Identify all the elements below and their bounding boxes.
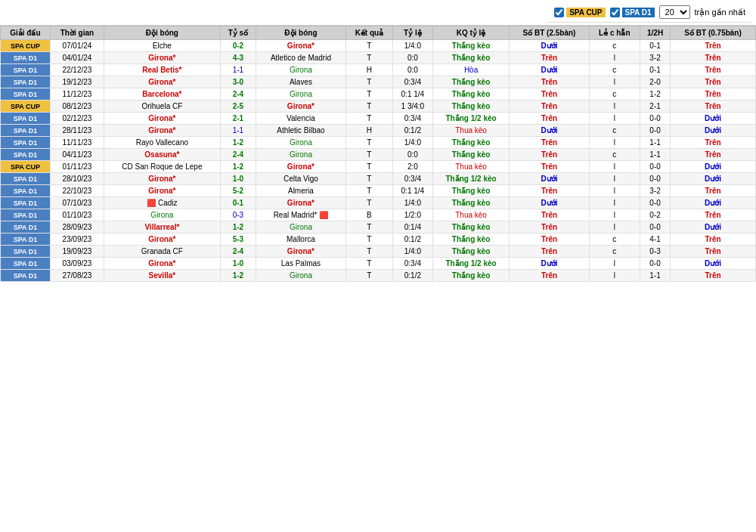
cell-team1: CD San Roque de Lepe xyxy=(104,161,221,173)
col-ratio: Tỷ lệ xyxy=(392,26,432,40)
cell-team2: Girona* xyxy=(256,101,346,113)
cell-le-chan: l xyxy=(589,101,640,113)
cell-half: 0-0 xyxy=(640,161,670,173)
cell-sobt1: Trên xyxy=(510,209,589,221)
cell-league: SPA D1 xyxy=(1,125,51,137)
table-row: SPA D119/09/23Granada CF2-4Girona*T1/4:0… xyxy=(1,246,756,258)
spa-cup-checkbox[interactable] xyxy=(554,8,564,17)
cell-half: 0-3 xyxy=(640,246,670,258)
cell-kq: Thắng kèo xyxy=(432,197,510,209)
cell-league: SPA D1 xyxy=(1,258,51,270)
cell-league: SPA D1 xyxy=(1,246,51,258)
cell-sobt2: Dưới xyxy=(671,125,756,137)
cell-score: 1-1 xyxy=(220,125,256,137)
cell-ratio: 0:1/2 xyxy=(392,234,432,246)
cell-date: 07/10/23 xyxy=(50,197,104,209)
cell-half: 3-2 xyxy=(640,52,670,64)
cell-sobt2: Trên xyxy=(671,52,756,64)
cell-ratio: 0:1/2 xyxy=(392,125,432,137)
cell-league: SPA CUP xyxy=(1,101,51,113)
cell-result: T xyxy=(345,258,392,270)
cell-team2: Girona* xyxy=(256,161,346,173)
count-select[interactable]: 20 10 30 xyxy=(659,5,690,19)
cell-ratio: 0:3/4 xyxy=(392,173,432,185)
cell-kq: Hòa xyxy=(432,64,510,76)
cell-sobt1: Trên xyxy=(510,137,589,149)
cell-ratio: 0:1/2 xyxy=(392,270,432,282)
cell-sobt1: Dưới xyxy=(510,173,589,185)
cell-score: 0-1 xyxy=(220,197,256,209)
cell-le-chan: c xyxy=(589,64,640,76)
cell-team1: Girona* xyxy=(104,234,221,246)
cell-league: SPA D1 xyxy=(1,88,51,101)
cell-ratio: 1/4:0 xyxy=(392,40,432,52)
cell-result: T xyxy=(345,161,392,173)
cell-ratio: 0:3/4 xyxy=(392,258,432,270)
cell-sobt2: Trên xyxy=(671,246,756,258)
cell-sobt1: Trên xyxy=(510,161,589,173)
cell-half: 3-2 xyxy=(640,185,670,197)
cell-date: 19/12/23 xyxy=(50,76,104,88)
cell-le-chan: l xyxy=(589,185,640,197)
cell-team2: Girona xyxy=(256,221,346,234)
cell-team2: Girona* xyxy=(256,246,346,258)
col-kq-ratio: KQ tỷ lệ xyxy=(432,26,510,40)
cell-date: 04/01/24 xyxy=(50,52,104,64)
cell-date: 23/09/23 xyxy=(50,234,104,246)
cell-le-chan: l xyxy=(589,52,640,64)
cell-result: H xyxy=(345,64,392,76)
cell-league: SPA D1 xyxy=(1,64,51,76)
cell-sobt2: Trên xyxy=(671,64,756,76)
cell-team1: Granada CF xyxy=(104,246,221,258)
cell-sobt1: Trên xyxy=(510,270,589,282)
spa-cup-filter[interactable]: SPA CUP xyxy=(554,8,605,17)
cell-kq: Thắng kèo xyxy=(432,221,510,234)
table-row: SPA D122/12/23Real Betis*1-1GironaH0:0Hò… xyxy=(1,64,756,76)
col-team1: Đội bóng xyxy=(104,26,221,40)
table-row: SPA CUP07/01/24Elche0-2Girona*T1/4:0Thắn… xyxy=(1,40,756,52)
spa-d1-checkbox[interactable] xyxy=(610,8,620,17)
cell-ratio: 1 3/4:0 xyxy=(392,101,432,113)
table-row: SPA D122/10/23Girona*5-2AlmeriaT0:1 1/4T… xyxy=(1,185,756,197)
cell-le-chan: l xyxy=(589,258,640,270)
table-row: SPA D104/01/24Girona*4-3Atletico de Madr… xyxy=(1,52,756,64)
cell-sobt2: Trên xyxy=(671,101,756,113)
col-result: Kết quả xyxy=(345,26,392,40)
filter-bar: SPA CUP SPA D1 20 10 30 trận gần nhất xyxy=(0,0,756,26)
cell-half: 1-1 xyxy=(640,137,670,149)
cell-date: 19/09/23 xyxy=(50,246,104,258)
cell-league: SPA CUP xyxy=(1,40,51,52)
table-row: SPA D103/09/23Girona*1-0Las PalmasT0:3/4… xyxy=(1,258,756,270)
cell-result: T xyxy=(345,234,392,246)
cell-le-chan: l xyxy=(589,161,640,173)
cell-score: 1-0 xyxy=(220,173,256,185)
cell-score: 1-2 xyxy=(220,221,256,234)
table-row: SPA D107/10/23🟥 Cadiz0-1Girona*T1/4:0Thắ… xyxy=(1,197,756,209)
cell-team1: Girona* xyxy=(104,52,221,64)
cell-league: SPA D1 xyxy=(1,221,51,234)
cell-team2: Almeria xyxy=(256,185,346,197)
cell-league: SPA D1 xyxy=(1,197,51,209)
cell-le-chan: l xyxy=(589,113,640,125)
spa-d1-filter[interactable]: SPA D1 xyxy=(610,8,655,17)
cell-result: T xyxy=(345,197,392,209)
cell-sobt1: Trên xyxy=(510,101,589,113)
cell-half: 1-2 xyxy=(640,88,670,101)
cell-score: 2-1 xyxy=(220,113,256,125)
cell-le-chan: l xyxy=(589,197,640,209)
cell-sobt1: Trên xyxy=(510,149,589,161)
cell-half: 0-0 xyxy=(640,197,670,209)
cell-score: 4-3 xyxy=(220,52,256,64)
cell-score: 2-5 xyxy=(220,101,256,113)
cell-team1: Barcelona* xyxy=(104,88,221,101)
cell-league: SPA D1 xyxy=(1,149,51,161)
table-row: SPA D104/11/23Osasuna*2-4GironaT0:0Thắng… xyxy=(1,149,756,161)
cell-score: 2-4 xyxy=(220,246,256,258)
cell-kq: Thắng 1/2 kèo xyxy=(432,258,510,270)
cell-league: SPA D1 xyxy=(1,173,51,185)
cell-kq: Thắng kèo xyxy=(432,185,510,197)
cell-score: 3-0 xyxy=(220,76,256,88)
cell-ratio: 0:3/4 xyxy=(392,76,432,88)
cell-team1: Sevilla* xyxy=(104,270,221,282)
cell-team2: Atletico de Madrid xyxy=(256,52,346,64)
